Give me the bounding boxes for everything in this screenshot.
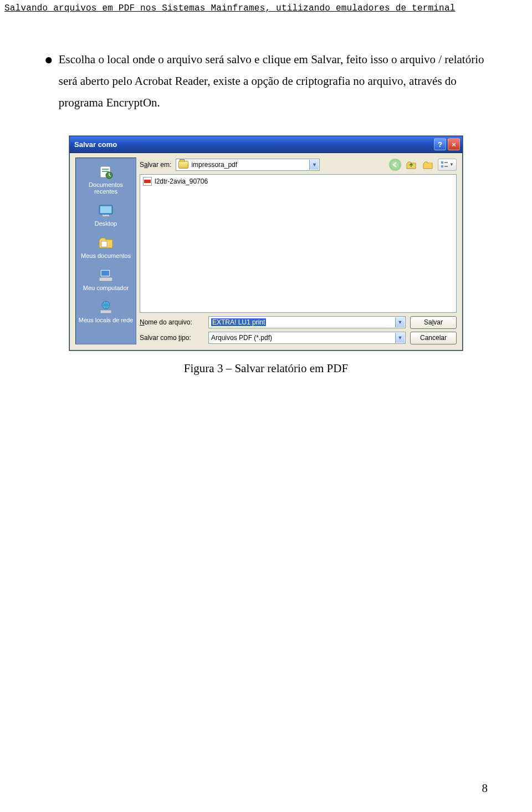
file-item-name: l2dtr-2avia_90706 xyxy=(155,177,208,185)
svg-rect-1 xyxy=(102,169,109,170)
svg-rect-12 xyxy=(100,310,111,313)
close-button[interactable]: × xyxy=(448,138,460,150)
place-my-computer[interactable]: Meu computador xyxy=(77,265,135,293)
my-documents-icon xyxy=(96,235,115,251)
save-as-dialog: Salvar como ? × Documentos recentes xyxy=(69,136,463,351)
chevron-down-icon: ▼ xyxy=(449,162,454,167)
place-label: Documentos recentes xyxy=(77,181,135,195)
back-button[interactable] xyxy=(389,159,401,171)
filename-value: EXTRA! LU1 print xyxy=(211,318,266,326)
svg-rect-6 xyxy=(103,215,109,216)
filename-row: Nome do arquivo: EXTRA! LU1 print ▼ Salv… xyxy=(140,316,457,329)
bullet-text: Escolha o local onde o arquivo será salv… xyxy=(59,49,488,114)
svg-rect-7 xyxy=(101,241,107,247)
help-button[interactable]: ? xyxy=(434,138,446,150)
list-item[interactable]: l2dtr-2avia_90706 xyxy=(142,176,454,186)
view-menu-button[interactable]: ▼ xyxy=(438,159,457,171)
chevron-down-icon: ▼ xyxy=(395,317,405,327)
chevron-down-icon: ▼ xyxy=(309,160,319,170)
place-label: Meu computador xyxy=(83,285,129,291)
filetype-row: Salvar como tipo: Arquivos PDF (*.pdf) ▼… xyxy=(140,332,457,344)
dialog-main-area: Salvar em: impressora_pdf ▼ xyxy=(140,158,457,344)
svg-rect-16 xyxy=(444,166,448,167)
place-label: Desktop xyxy=(95,220,117,227)
new-folder-button[interactable] xyxy=(421,159,434,171)
svg-rect-10 xyxy=(99,277,112,281)
place-desktop[interactable]: Desktop xyxy=(77,200,135,229)
dialog-bottom-rows: Nome do arquivo: EXTRA! LU1 print ▼ Salv… xyxy=(140,316,457,344)
save-in-label: Salvar em: xyxy=(140,161,171,169)
recent-documents-icon xyxy=(96,164,115,180)
dialog-body: Documentos recentes Desktop Meus documen… xyxy=(70,153,462,350)
places-bar: Documentos recentes Desktop Meus documen… xyxy=(75,158,136,344)
svg-rect-14 xyxy=(441,165,443,168)
bullet-item: ● Escolha o local onde o arquivo será sa… xyxy=(44,49,488,114)
save-in-row: Salvar em: impressora_pdf ▼ xyxy=(140,158,457,174)
svg-rect-2 xyxy=(102,171,109,172)
page-number: 8 xyxy=(482,781,488,795)
place-recent-documents[interactable]: Documentos recentes xyxy=(77,161,135,197)
chevron-down-icon: ▼ xyxy=(395,333,405,343)
svg-rect-5 xyxy=(100,206,111,213)
filename-field[interactable]: EXTRA! LU1 print ▼ xyxy=(208,316,406,328)
bullet-dot: ● xyxy=(44,49,53,71)
desktop-icon xyxy=(96,202,115,219)
my-computer-icon xyxy=(96,267,115,283)
page-header: Salvando arquivos em PDF nos Sistemas Ma… xyxy=(0,0,532,16)
my-network-icon xyxy=(96,299,115,316)
page-content: ● Escolha o local onde o arquivo será sa… xyxy=(0,16,532,375)
save-in-value: impressora_pdf xyxy=(191,161,237,169)
file-list[interactable]: l2dtr-2avia_90706 xyxy=(140,174,457,313)
place-my-network[interactable]: Meus locais de rede xyxy=(77,297,135,326)
place-label: Meus locais de rede xyxy=(79,317,133,323)
filename-label: Nome do arquivo: xyxy=(140,318,204,326)
svg-rect-15 xyxy=(444,162,448,163)
figure-wrapper: Salvar como ? × Documentos recentes xyxy=(44,136,488,375)
place-my-documents[interactable]: Meus documentos xyxy=(77,232,135,261)
svg-rect-13 xyxy=(441,161,443,164)
dialog-title: Salvar como xyxy=(74,140,117,149)
pdf-file-icon xyxy=(143,177,152,186)
place-label: Meus documentos xyxy=(81,252,131,259)
filetype-value: Arquivos PDF (*.pdf) xyxy=(211,334,272,342)
filetype-field[interactable]: Arquivos PDF (*.pdf) ▼ xyxy=(208,332,406,344)
up-one-level-button[interactable] xyxy=(405,159,418,171)
figure-caption: Figura 3 – Salvar relatório em PDF xyxy=(184,362,348,375)
filetype-label: Salvar como tipo: xyxy=(140,334,204,342)
dialog-titlebar: Salvar como ? × xyxy=(70,136,462,153)
svg-rect-9 xyxy=(101,271,109,276)
save-in-combo[interactable]: impressora_pdf ▼ xyxy=(176,159,320,171)
save-button[interactable]: Salvar xyxy=(410,316,457,329)
folder-icon xyxy=(178,161,188,169)
cancel-button[interactable]: Cancelar xyxy=(410,332,457,344)
toolbar-nav: ▼ xyxy=(389,159,457,171)
